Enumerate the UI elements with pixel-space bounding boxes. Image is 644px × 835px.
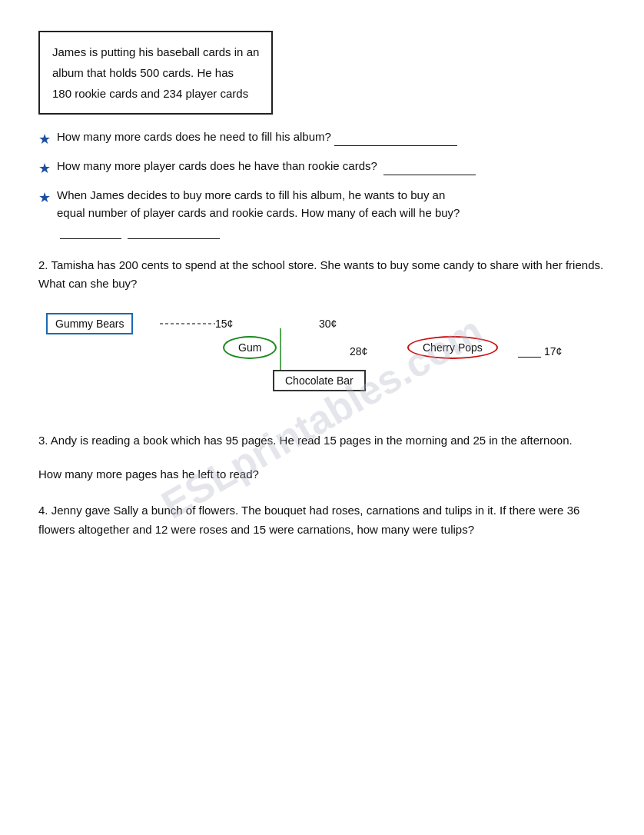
problem1-line1: James is putting his baseball cards in a…: [52, 42, 259, 62]
star-icon-3: ★: [38, 188, 51, 208]
problem4-text: 4. Jenny gave Sally a bunch of flowers. …: [38, 501, 606, 540]
gummy-bears-price: 15¢: [215, 318, 233, 330]
cherry-pops-label: Cherry Pops: [407, 336, 498, 359]
question3-item: ★ When James decides to buy more cards t…: [38, 187, 606, 239]
problem1-line2: album that holds 500 cards. He has: [52, 62, 259, 83]
cherry-dash: [518, 345, 541, 358]
question3-text: When James decides to buy more cards to …: [57, 187, 606, 239]
problem2-text: 2. Tamisha has 200 cents to spend at the…: [38, 256, 606, 293]
question2-item: ★ How many more player cards does he hav…: [38, 158, 606, 179]
question2-text: How many more player cards does he have …: [57, 158, 476, 175]
chocolate-bar-label: Chocolate Bar: [273, 370, 366, 391]
candy-diagram: Gummy Bears 15¢ 30¢ Gum 28¢ Chocolate Ba…: [46, 307, 606, 414]
question1-item: ★ How many more cards does he need to fi…: [38, 128, 606, 150]
cherry-pops-price: 17¢: [515, 345, 562, 358]
problem3-question: How many more pages has he left to read?: [38, 465, 606, 484]
problem1-box: James is putting his baseball cards in a…: [38, 31, 273, 115]
answer-line-3b: [128, 227, 220, 239]
answer-line-3a: [60, 227, 121, 239]
problem3-section: 3. Andy is reading a book which has 95 p…: [38, 431, 606, 485]
problem4-section: 4. Jenny gave Sally a bunch of flowers. …: [38, 501, 606, 540]
gum-price: 28¢: [350, 345, 367, 358]
gummy-bears-label: Gummy Bears: [46, 313, 133, 334]
choc-bar-price: 30¢: [319, 318, 337, 330]
answer-line-1: [334, 134, 457, 146]
answer-line-2: [383, 163, 476, 175]
gum-label: Gum: [223, 336, 277, 359]
question1-text: How many more cards does he need to fill…: [57, 128, 457, 146]
problem3-text: 3. Andy is reading a book which has 95 p…: [38, 431, 606, 451]
star-icon-1: ★: [38, 129, 51, 150]
star-icon-2: ★: [38, 158, 51, 179]
problem1-section: James is putting his baseball cards in a…: [38, 31, 606, 239]
problem2-section: 2. Tamisha has 200 cents to spend at the…: [38, 256, 606, 414]
problem1-line3: 180 rookie cards and 234 player cards: [52, 83, 259, 104]
